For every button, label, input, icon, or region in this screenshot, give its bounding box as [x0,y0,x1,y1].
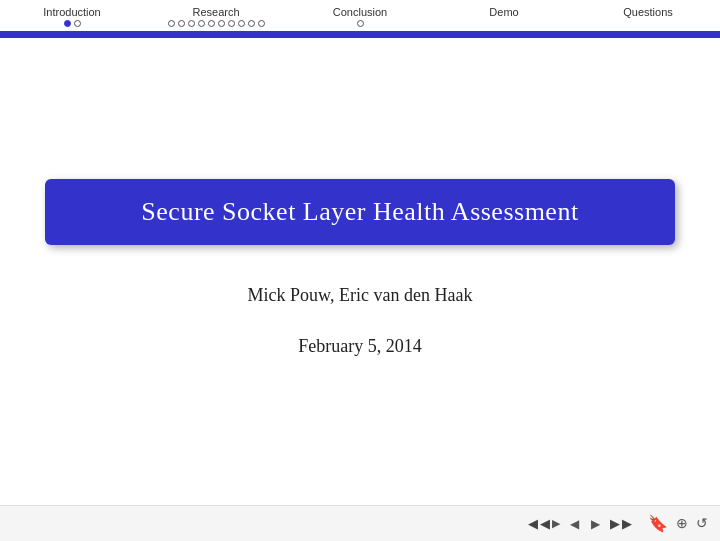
nav-bar: Introduction Research Conclusion Demo [0,0,720,34]
slide-author: Mick Pouw, Eric van den Haak [248,285,473,306]
nav-item-introduction[interactable]: Introduction [0,4,144,31]
dot-r7 [228,20,235,27]
slide-title: Secure Socket Layer Health Assessment [141,197,578,226]
nav-item-research[interactable]: Research [144,4,288,31]
slide-date: February 5, 2014 [298,336,421,357]
nav-label-introduction: Introduction [43,6,100,18]
nav-label-conclusion: Conclusion [333,6,387,18]
slide-title-box: Secure Socket Layer Health Assessment [45,179,675,245]
bottom-bar: ◀ ◀ ▶ ◀ ▶ ▶ ▶ 🔖 ⊕ ↺ [0,505,720,541]
nav-item-questions[interactable]: Questions [576,4,720,31]
dot-r1 [168,20,175,27]
dot-r9 [248,20,255,27]
nav-dots-research [168,20,265,27]
refresh-icon[interactable]: ↺ [696,515,708,532]
nav-label-questions: Questions [623,6,673,18]
dot-r4 [198,20,205,27]
slide-content: Secure Socket Layer Health Assessment Mi… [0,38,720,498]
nav-item-conclusion[interactable]: Conclusion [288,4,432,31]
prev-arrow-icon[interactable]: ◀ [528,516,538,532]
nav-dots-conclusion [357,20,364,27]
next-arrow2-icon[interactable]: ▶ [622,516,632,532]
dot-1 [64,20,71,27]
prev-arrow3-icon[interactable]: ▶ [552,517,560,530]
dot-2 [74,20,81,27]
dot-r6 [218,20,225,27]
dot-r3 [188,20,195,27]
prev-arrow2-icon[interactable]: ◀ [540,516,550,532]
nav-dots-introduction [64,20,81,27]
next-arrow-icon[interactable]: ▶ [610,516,620,532]
separator2: ▶ [591,517,600,531]
separator1: ◀ [570,517,579,531]
nav-item-demo[interactable]: Demo [432,4,576,31]
bookmark-icon[interactable]: 🔖 [648,514,668,533]
dot-r10 [258,20,265,27]
dot-c1 [357,20,364,27]
nav-label-research: Research [192,6,239,18]
prev-nav-group[interactable]: ◀ ◀ ▶ [528,516,560,532]
dot-r2 [178,20,185,27]
dot-r5 [208,20,215,27]
search-icon[interactable]: ⊕ [676,515,688,532]
dot-r8 [238,20,245,27]
nav-label-demo: Demo [489,6,518,18]
next-nav-group[interactable]: ▶ ▶ [610,516,632,532]
